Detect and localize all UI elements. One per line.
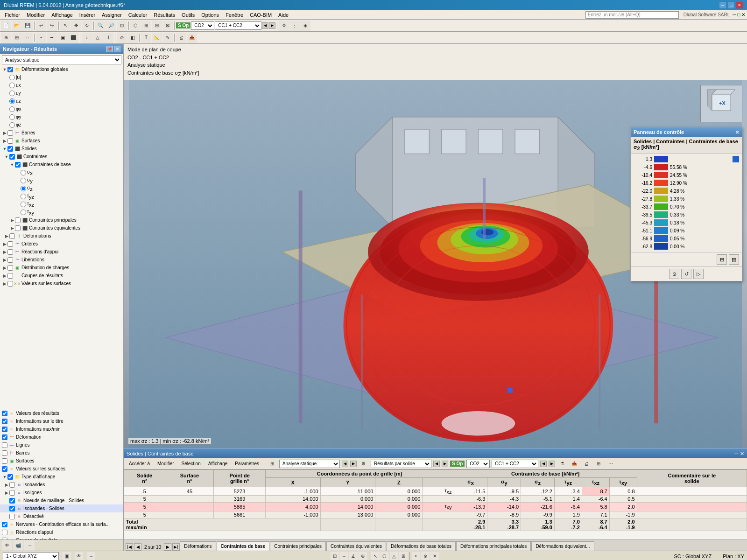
nav-coupes2[interactable]: — Coupes de résultats (0, 536, 123, 539)
tree-phiz[interactable]: φz (0, 121, 123, 129)
tree-coupes[interactable]: ▶ — Coupes de résultats (0, 272, 123, 280)
tb-open[interactable]: 📂 (12, 21, 22, 31)
imm-checkbox[interactable] (2, 427, 7, 432)
tree-sigma-z[interactable]: σz (0, 184, 123, 192)
tree-valeurs-surfaces[interactable]: ▶ ✕✕ Valeurs sur les surfaces (0, 280, 123, 287)
menu-inserer[interactable]: Insérer (77, 11, 98, 19)
bt-icon[interactable]: ↔ (340, 552, 348, 560)
tree-tau-yz[interactable]: τyz (0, 192, 123, 200)
tb-rotate[interactable]: ↻ (82, 21, 92, 31)
tb-move[interactable]: ✥ (71, 21, 81, 31)
nav-valeurs-resultats[interactable]: ≈ Valeurs des résultats (0, 409, 123, 417)
menu-aide[interactable]: Aide (275, 11, 291, 19)
cc-res-combo[interactable]: CC1 + CC2 (492, 460, 538, 468)
tb-zoom-out[interactable]: 🔎 (106, 21, 116, 31)
tree-reactions-appui[interactable]: ▶ ⊢ Réactions d'appui (0, 248, 123, 256)
expand-icon[interactable]: ▼ (2, 474, 7, 480)
tau-yz-radio[interactable] (21, 194, 26, 199)
expand-icon[interactable]: ▶ (9, 217, 15, 223)
sigma-y-radio[interactable] (21, 178, 26, 183)
tb-zoom-fit[interactable]: ⊡ (117, 21, 127, 31)
nerv-checkbox[interactable] (2, 522, 7, 527)
nav-surfaces2[interactable]: ▣ Surfaces (0, 457, 123, 465)
results-minimize[interactable]: ─ (734, 451, 738, 457)
tb2-text[interactable]: T (141, 33, 151, 43)
menu-modifier[interactable]: Modifier (24, 11, 48, 19)
expand-icon[interactable]: ▼ (2, 67, 7, 72)
results-next[interactable]: ▶ (442, 461, 448, 467)
tree-tau-xy[interactable]: τxy (0, 208, 123, 216)
tab-deformations-principales-totales[interactable]: Déformations principales totales (456, 541, 531, 551)
tree-distribution[interactable]: ▶ ▣ Distribution de charges (0, 264, 123, 272)
results-prev[interactable]: ◀ (433, 461, 440, 467)
barres-checkbox[interactable] (7, 130, 13, 136)
res-tb-calc[interactable]: ⚙ (359, 459, 369, 469)
next-combo[interactable]: ▶ (269, 22, 275, 29)
menu-assigner[interactable]: Assigner (99, 11, 125, 19)
tab-deformations-base-totales[interactable]: Déformations de base totales (387, 541, 456, 551)
tb2-surface[interactable]: ▣ (57, 33, 68, 43)
expand-icon[interactable]: ▶ (2, 281, 7, 287)
contraintes-base-checkbox[interactable] (15, 162, 21, 168)
isob-checkbox[interactable] (9, 482, 15, 488)
vs2-checkbox[interactable] (2, 466, 7, 472)
uy-radio[interactable] (9, 91, 15, 96)
analysis-prev[interactable]: ◀ (342, 461, 348, 467)
tb-redo[interactable]: ↪ (47, 21, 57, 31)
expand-icon[interactable]: ▶ (2, 130, 7, 136)
tree-uz[interactable]: uz (0, 97, 123, 105)
pager-first[interactable]: |◀ (126, 543, 133, 551)
bar2-checkbox[interactable] (2, 450, 7, 456)
expand-icon[interactable]: ▶ (4, 233, 9, 239)
minimize-btn[interactable]: ─ (719, 1, 726, 9)
menu-affichage[interactable]: Affichage (49, 11, 76, 19)
cp-icon-table[interactable]: ▤ (729, 254, 739, 265)
nav-barres2[interactable]: ⊢ Barres (0, 449, 123, 457)
cc-combo-select[interactable]: CC1 + CC2 (215, 21, 261, 30)
menu-options[interactable]: Options (198, 11, 222, 19)
surf2-checkbox[interactable] (2, 458, 7, 464)
nav-isobandes[interactable]: ▶ ≋ Isobandes (0, 481, 123, 489)
expand-icon[interactable]: ▶ (2, 257, 7, 263)
tab-contraintes-base[interactable]: Contraintes de base (217, 541, 270, 551)
phiz-radio[interactable] (9, 122, 15, 128)
pager-prev[interactable]: ◀ (134, 543, 141, 551)
des-checkbox[interactable] (9, 514, 15, 519)
menu-fichier[interactable]: Fichier (2, 11, 23, 19)
nav-icon-pointer[interactable]: → (24, 540, 35, 551)
nav-valeurs-surfaces2[interactable]: ≈ Valeurs sur les surfaces (0, 465, 123, 473)
reactions-checkbox[interactable] (7, 249, 13, 255)
coupes-checkbox[interactable] (7, 273, 13, 279)
tree-sigma-y[interactable]: σy (0, 176, 123, 184)
viewport[interactable]: +X max σz : 1.3 | min σz : -62.8 kN/m² P… (124, 80, 747, 448)
menu-parametres[interactable]: Paramètres (232, 460, 262, 468)
status-icon-3[interactable]: → (87, 552, 95, 560)
tree-barres[interactable]: ▶ ⊢ Barres (0, 129, 123, 137)
ux-radio[interactable] (9, 83, 15, 88)
tb-new[interactable]: 📄 (1, 21, 11, 31)
bt-icon[interactable]: ⊕ (359, 552, 367, 560)
bt-icon[interactable]: ↖ (371, 552, 380, 560)
tb2-print[interactable]: 🖨 (176, 33, 186, 43)
tb2-material[interactable]: ◧ (127, 33, 138, 43)
pager-next[interactable]: ▶ (164, 543, 171, 551)
def-checkbox[interactable] (9, 233, 15, 239)
tree-contraintes[interactable]: ▼ ⬛ Contraintes (0, 153, 123, 161)
expand-icon[interactable]: ▼ (9, 162, 15, 168)
tb2-spring[interactable]: ⌇ (103, 33, 113, 43)
expand-icon[interactable]: ▶ (2, 265, 7, 271)
tb-select[interactable]: ↖ (60, 21, 70, 31)
tb-render[interactable]: ◈ (300, 21, 310, 31)
nav-isobandes-solides[interactable]: ≋ Isobandes - Solides (0, 504, 123, 512)
co2-res-select[interactable]: CO2 (466, 460, 490, 468)
bt-icon[interactable]: △ (390, 552, 398, 560)
res-expand[interactable]: ⊞ (593, 459, 604, 469)
nav-pin[interactable]: 📌 (106, 46, 113, 52)
res-export[interactable]: 📤 (569, 459, 579, 469)
cp-close-btn[interactable]: ✕ (735, 130, 739, 135)
bt-icon[interactable]: ∡ (349, 552, 358, 560)
tree-u-abs[interactable]: |u| (0, 73, 123, 81)
lig-checkbox[interactable] (2, 442, 7, 448)
bt-icon[interactable]: ⬡ (381, 552, 389, 560)
menu-fenetre[interactable]: Fenêtre (223, 11, 246, 19)
